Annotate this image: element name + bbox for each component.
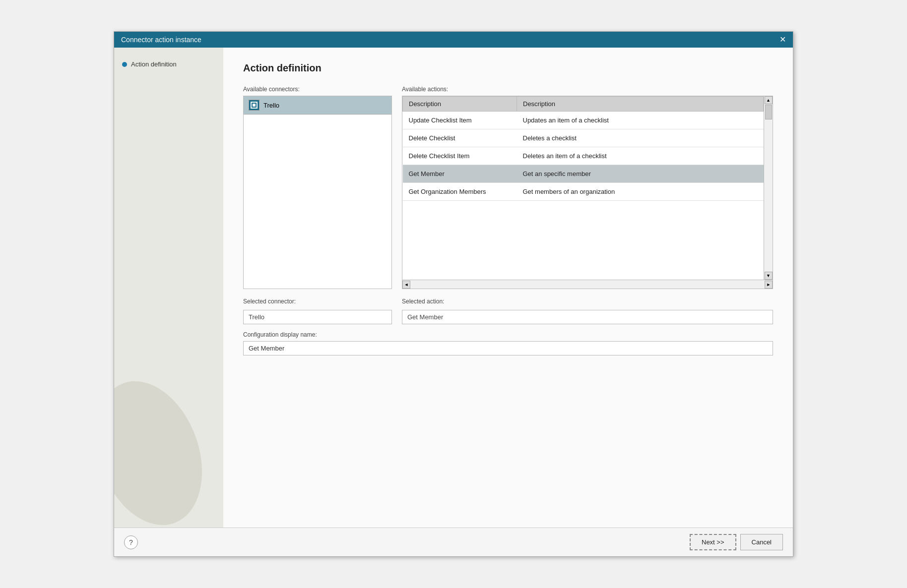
selected-connector-label: Selected connector: (243, 298, 392, 305)
trello-icon-inner (251, 102, 258, 109)
config-name-input[interactable] (243, 341, 773, 355)
action-name-cell: Get Organization Members (403, 183, 517, 201)
sidebar: Action definition (114, 48, 223, 528)
config-name-label: Configuration display name: (243, 331, 773, 338)
help-button[interactable]: ? (124, 535, 138, 549)
horizontal-scrollbar[interactable]: ◄ ► (402, 280, 773, 289)
table-row[interactable]: Get Organization Members Get members of … (403, 183, 764, 201)
cancel-button[interactable]: Cancel (740, 534, 783, 550)
selected-connector-group: Selected connector: (243, 298, 392, 324)
actions-table: Description Description Update Checklist… (402, 96, 764, 201)
config-name-group: Configuration display name: (243, 331, 773, 355)
table-row[interactable]: Update Checklist Item Updates an item of… (403, 112, 764, 129)
selected-action-group: Selected action: (402, 298, 773, 324)
selected-action-label: Selected action: (402, 298, 773, 305)
next-button[interactable]: Next >> (690, 534, 736, 550)
scroll-down-arrow[interactable]: ▼ (765, 272, 773, 280)
title-bar: Connector action instance ✕ (114, 32, 793, 48)
action-name-cell: Delete Checklist (403, 129, 517, 147)
hscroll-right-arrow[interactable]: ► (765, 281, 773, 289)
col-header-desc: Description (517, 97, 764, 112)
sidebar-dot (122, 62, 127, 67)
connector-name: Trello (263, 102, 279, 109)
dialog-title: Connector action instance (121, 36, 201, 44)
hscroll-left-arrow[interactable]: ◄ (402, 281, 410, 289)
action-name-cell: Get Member (403, 165, 517, 183)
page-title: Action definition (243, 62, 773, 74)
action-desc-cell: Get members of an organization (517, 183, 764, 201)
scroll-track (765, 104, 773, 272)
sidebar-decoration (114, 366, 221, 528)
footer-buttons: Next >> Cancel (690, 534, 783, 550)
vertical-scrollbar[interactable]: ▲ ▼ (764, 96, 773, 280)
hscroll-track (410, 281, 765, 289)
action-name-cell: Delete Checklist Item (403, 147, 517, 165)
dialog-body: Action definition Action definition Avai… (114, 48, 793, 528)
connectors-column: Available connectors: Trello (243, 86, 392, 289)
table-row[interactable]: Get Member Get an specific member (403, 165, 764, 183)
selected-fields-row: Selected connector: Selected action: (243, 298, 773, 324)
scroll-up-arrow[interactable]: ▲ (765, 96, 773, 104)
action-name-cell: Update Checklist Item (403, 112, 517, 129)
action-desc-cell: Get an specific member (517, 165, 764, 183)
available-connectors-label: Available connectors: (243, 86, 392, 93)
action-desc-cell: Deletes a checklist (517, 129, 764, 147)
selected-connector-input[interactable] (243, 310, 392, 324)
table-row[interactable]: Delete Checklist Deletes a checklist (403, 129, 764, 147)
selected-action-input[interactable] (402, 310, 773, 324)
sidebar-item-action-definition[interactable]: Action definition (114, 58, 223, 71)
available-actions-label: Available actions: (402, 86, 773, 93)
action-desc-cell: Updates an item of a checklist (517, 112, 764, 129)
table-row[interactable]: Delete Checklist Item Deletes an item of… (403, 147, 764, 165)
actions-table-scroll[interactable]: Description Description Update Checklist… (402, 96, 764, 280)
table-header-row: Description Description (403, 97, 764, 112)
dialog: Connector action instance ✕ Action defin… (114, 31, 793, 557)
selectors-row: Available connectors: Trello Available a… (243, 86, 773, 289)
trello-icon (249, 100, 259, 111)
sidebar-item-label: Action definition (131, 60, 177, 68)
action-desc-cell: Deletes an item of a checklist (517, 147, 764, 165)
connectors-list[interactable]: Trello (243, 96, 392, 289)
actions-column: Available actions: Description Descripti… (402, 86, 773, 289)
scroll-thumb (765, 105, 772, 119)
dialog-footer: ? Next >> Cancel (114, 528, 793, 556)
close-button[interactable]: ✕ (779, 36, 786, 44)
main-content: Action definition Available connectors: … (223, 48, 793, 528)
connector-item-trello[interactable]: Trello (244, 96, 391, 115)
actions-table-wrapper: Description Description Update Checklist… (402, 96, 773, 289)
col-header-name: Description (403, 97, 517, 112)
